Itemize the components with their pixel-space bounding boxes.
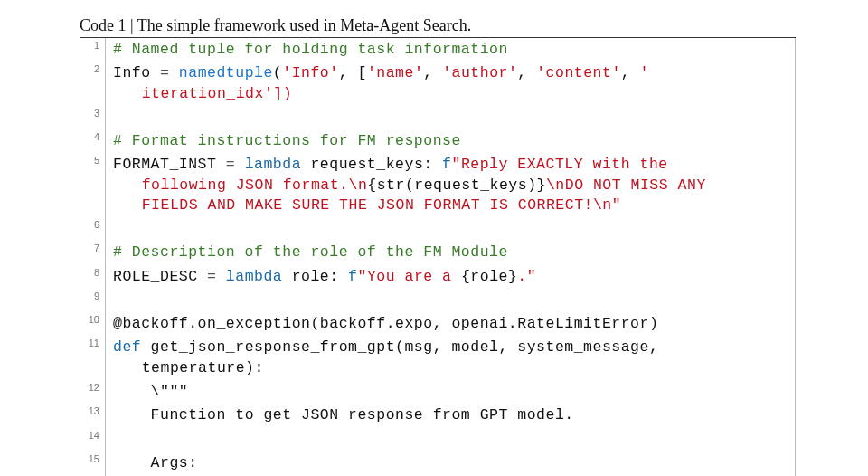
code-caption: Code 1 | The simple framework used in Me… [80, 16, 796, 38]
code-row: 11 def get_json_response_from_gpt(msg, m… [72, 336, 796, 380]
operator-token: = [151, 64, 179, 81]
code-row: 9 [72, 289, 796, 312]
code-cell: # Format instructions for FM response [106, 129, 796, 153]
fstring-text-token: following JSON format.\n [142, 176, 368, 194]
code-row: 10 @backoff.on_exception(backoff.expo, o… [72, 312, 796, 336]
line-number: 3 [72, 106, 106, 129]
comment-token: # Description of the role of the FM Modu… [113, 243, 508, 261]
fstring-text-token: \nDO NOT MISS ANY [546, 176, 715, 194]
fstring-text-token: . [517, 268, 526, 285]
docstring-text-token: Args: [151, 454, 198, 471]
builtin-token: namedtuple [179, 64, 273, 81]
code-listing: 1 # Named tuple for holding task informa… [72, 38, 796, 476]
fstring-text-token: You are a [367, 268, 461, 285]
code-row: 8 ROLE_DESC = lambda role: f"You are a {… [72, 265, 796, 289]
page-region: Code 1 | The simple framework used in Me… [0, 0, 868, 476]
keyword-token: lambda [245, 156, 301, 173]
string-token: iteration_idx']) [113, 85, 292, 102]
string-token: 'author' [442, 64, 517, 81]
paren-token: ( [273, 64, 282, 81]
line-number: 2 [72, 62, 106, 106]
code-row: 13 Function to get JSON response from GP… [72, 404, 796, 427]
code-cell [106, 289, 796, 312]
identifier-token: ROLE_DESC [113, 268, 198, 285]
code-cell: @backoff.on_exception(backoff.expo, open… [106, 312, 796, 336]
code-cell: Info = namedtuple('Info', ['name', 'auth… [106, 62, 796, 106]
line-number: 1 [72, 38, 106, 62]
code-row: 7 # Description of the role of the FM Mo… [72, 241, 796, 264]
line-number: 9 [72, 289, 106, 312]
code-cell [106, 106, 796, 129]
identifier-token: temperature): [113, 359, 264, 376]
keyword-token: lambda [226, 268, 282, 285]
indent-token [113, 454, 151, 471]
line-number: 10 [72, 312, 106, 336]
string-token: 'name' [367, 64, 423, 81]
fstring-text-token: FIELDS AND MAKE SURE THE JSON FORMAT IS … [142, 196, 612, 214]
code-cell [106, 217, 796, 241]
line-number: 11 [72, 336, 106, 380]
fstring-interp-token: {str(request_keys)} [367, 176, 546, 194]
identifier-token: FORMAT_INST [113, 156, 216, 173]
docstring-text-token: Function to get JSON response from GPT m… [151, 406, 574, 424]
line-number: 6 [72, 217, 106, 241]
line-number: 13 [72, 404, 106, 427]
punct-token: , [ [339, 64, 367, 81]
fstring-interp-token: {role} [461, 268, 517, 285]
string-quote-token: " [357, 268, 366, 285]
string-token: 'content' [536, 64, 621, 81]
identifier-token: Info [113, 64, 151, 81]
code-row: 4 # Format instructions for FM response [72, 129, 796, 153]
line-number: 7 [72, 241, 106, 264]
line-number: 4 [72, 129, 106, 153]
code-row: 1 # Named tuple for holding task informa… [72, 38, 796, 62]
code-cell: Function to get JSON response from GPT m… [106, 404, 796, 427]
comment-token: # Named tuple for holding task informati… [113, 41, 508, 58]
line-number: 12 [72, 380, 106, 404]
code-row: 3 [72, 106, 796, 129]
string-quote-token: " [452, 156, 461, 173]
punct-token: , [621, 64, 640, 81]
code-cell: def get_json_response_from_gpt(msg, mode… [106, 336, 796, 380]
identifier-token: get_json_response_from_gpt(msg, model, s… [141, 338, 668, 356]
fstring-prefix-token: f [442, 156, 451, 173]
punct-token: , [517, 64, 536, 81]
operator-token: = [198, 268, 226, 285]
identifier-token: role: [282, 268, 348, 285]
line-number: 14 [72, 428, 106, 452]
indent-token [113, 406, 151, 424]
docstring-open-token: \""" [151, 383, 189, 400]
code-row: 6 [72, 217, 796, 241]
operator-token: = [216, 156, 244, 173]
code-cell [106, 428, 796, 452]
code-row: 15 Args: [72, 452, 796, 475]
fstring-prefix-token: f [348, 268, 357, 285]
line-number: 8 [72, 265, 106, 289]
decorator-token: @backoff.on_exception(backoff.expo, open… [113, 315, 658, 332]
comment-token: # Format instructions for FM response [113, 132, 461, 149]
code-cell: ROLE_DESC = lambda role: f"You are a {ro… [106, 265, 796, 289]
identifier-token: request_keys: [301, 156, 442, 173]
indent-token [113, 383, 151, 400]
code-row: 14 [72, 428, 796, 452]
string-tail: iteration_idx']) [142, 85, 292, 102]
code-cell: # Description of the role of the FM Modu… [106, 241, 796, 264]
punct-token: , [423, 64, 442, 81]
string-token: 'Info' [282, 64, 338, 81]
code-cell: \""" [106, 380, 796, 404]
line-number: 5 [72, 153, 106, 217]
string-token: ' [640, 64, 649, 81]
string-quote-token: " [527, 268, 536, 285]
code-cell: FORMAT_INST = lambda request_keys: f"Rep… [106, 153, 796, 217]
keyword-token: def [113, 338, 141, 356]
fstring-text-token: Reply EXACTLY with the [461, 156, 677, 173]
code-row: 5 FORMAT_INST = lambda request_keys: f"R… [72, 153, 796, 217]
code-row: 12 \""" [72, 380, 796, 404]
string-quote-token: " [612, 196, 621, 214]
code-cell: # Named tuple for holding task informati… [106, 38, 796, 62]
code-cell: Args: [106, 452, 796, 475]
code-row: 2 Info = namedtuple('Info', ['name', 'au… [72, 62, 796, 106]
line-number: 15 [72, 452, 106, 475]
